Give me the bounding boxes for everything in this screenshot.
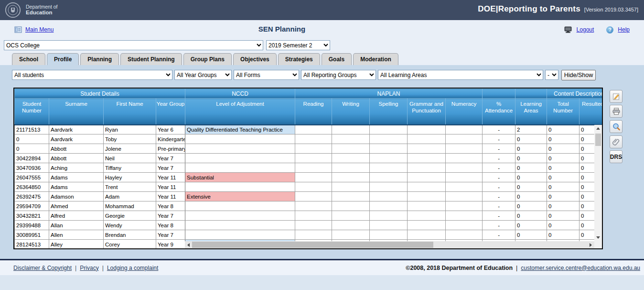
cell-grammar-punctuation[interactable] xyxy=(408,182,446,192)
tab-student-planning[interactable]: Student Planning xyxy=(120,53,182,65)
cell-attendance[interactable]: - xyxy=(483,182,515,192)
cell-spelling[interactable] xyxy=(370,230,408,240)
help-link[interactable]: Help xyxy=(618,26,630,33)
cell-spelling[interactable] xyxy=(370,134,408,144)
cell-attendance[interactable]: - xyxy=(483,134,515,144)
cell-reading[interactable] xyxy=(295,192,332,201)
cell-first-name[interactable]: Tiffany xyxy=(104,163,156,173)
cell-year-group[interactable]: Kindergarten xyxy=(156,134,185,144)
cell-numeracy[interactable] xyxy=(446,125,483,134)
cell-writing[interactable] xyxy=(332,163,370,173)
cell-total-number[interactable]: 0 xyxy=(547,125,580,134)
cell-surname[interactable]: Adamson xyxy=(49,192,104,201)
cell-student-number[interactable]: 29594709 xyxy=(15,201,49,211)
cell-year-group[interactable]: Year 7 xyxy=(156,163,185,173)
cell-level-of-adjustment[interactable]: Quality Differentiated Teaching Practice xyxy=(185,125,295,134)
cell-total-number[interactable]: 0 xyxy=(547,134,580,144)
cell-first-name[interactable]: Trent xyxy=(104,182,156,192)
cell-year-group[interactable]: Year 7 xyxy=(156,211,185,221)
column-header-first-name[interactable]: First Name xyxy=(104,99,156,125)
cell-total-number[interactable]: 0 xyxy=(547,211,580,221)
cell-learning-areas[interactable]: 0 xyxy=(515,154,547,163)
column-header-numeracy[interactable]: Numeracy xyxy=(446,99,483,125)
cell-attendance[interactable]: - xyxy=(483,201,515,211)
attach-button[interactable] xyxy=(610,135,623,148)
cell-attendance[interactable]: - xyxy=(483,221,515,230)
cell-surname[interactable]: Abbott xyxy=(49,154,104,163)
tab-school[interactable]: School xyxy=(12,53,45,65)
cell-reading[interactable] xyxy=(295,154,332,163)
cell-year-group[interactable]: Year 7 xyxy=(156,230,185,240)
cell-reading[interactable] xyxy=(295,173,332,182)
cell-reading[interactable] xyxy=(295,230,332,240)
cell-total-number[interactable]: 0 xyxy=(547,201,580,211)
cell-learning-areas[interactable]: 0 xyxy=(515,163,547,173)
table-row[interactable]: 30422894AbbottNeilYear 7-000 xyxy=(15,154,602,163)
cell-numeracy[interactable] xyxy=(446,154,483,163)
cell-grammar-punctuation[interactable] xyxy=(408,201,446,211)
cell-reading[interactable] xyxy=(295,163,332,173)
cell-surname[interactable]: Allan xyxy=(49,221,104,230)
cell-year-group[interactable]: Year 11 xyxy=(156,182,185,192)
cell-grammar-punctuation[interactable] xyxy=(408,192,446,201)
extra-filter[interactable]: - xyxy=(545,70,558,80)
cell-total-number[interactable]: 0 xyxy=(547,173,580,182)
table-row[interactable]: 29399488AllanWendyYear 8-000 xyxy=(15,221,602,230)
scroll-down-button[interactable] xyxy=(594,234,602,241)
cell-attendance[interactable]: - xyxy=(483,211,515,221)
cell-first-name[interactable]: Toby xyxy=(104,134,156,144)
logout-link[interactable]: Logout xyxy=(577,26,594,33)
semester-select[interactable]: 2019 Semester 2 xyxy=(266,40,330,50)
cell-learning-areas[interactable]: 0 xyxy=(515,134,547,144)
cell-level-of-adjustment[interactable] xyxy=(185,221,295,230)
cell-numeracy[interactable] xyxy=(446,230,483,240)
tab-moderation[interactable]: Moderation xyxy=(353,53,398,65)
cell-surname[interactable]: Ahmed xyxy=(49,201,104,211)
cell-level-of-adjustment[interactable] xyxy=(185,154,295,163)
cell-year-group[interactable]: Year 7 xyxy=(156,154,185,163)
tab-goals[interactable]: Goals xyxy=(322,53,352,65)
reporting-groups-filter[interactable]: All Reporting Groups xyxy=(301,70,376,80)
column-header-total-number[interactable]: Total Number xyxy=(547,99,580,125)
cell-learning-areas[interactable]: 0 xyxy=(515,230,547,240)
horizontal-scroll-thumb[interactable] xyxy=(192,242,433,248)
cell-learning-areas[interactable]: 0 xyxy=(515,144,547,154)
hide-show-button[interactable]: Hide/Show xyxy=(561,70,596,80)
cell-grammar-punctuation[interactable] xyxy=(408,163,446,173)
column-header-attendance[interactable]: % Attendance xyxy=(483,99,515,125)
cell-attendance[interactable]: - xyxy=(483,144,515,154)
privacy-link[interactable]: Privacy xyxy=(80,265,98,271)
cell-student-number[interactable]: 30432821 xyxy=(15,211,49,221)
cell-numeracy[interactable] xyxy=(446,163,483,173)
column-header-surname[interactable]: Surname xyxy=(49,99,104,125)
cell-student-number[interactable]: 29399488 xyxy=(15,221,49,230)
cell-first-name[interactable]: Adam xyxy=(104,192,156,201)
cell-first-name[interactable]: Corey xyxy=(104,240,156,249)
cell-first-name[interactable]: Neil xyxy=(104,154,156,163)
cell-total-number[interactable]: 0 xyxy=(547,221,580,230)
cell-numeracy[interactable] xyxy=(446,192,483,201)
cell-surname[interactable]: Alfred xyxy=(49,211,104,221)
table-row[interactable]: 0AbbottJolenePre-primary-000 xyxy=(15,144,602,154)
cell-first-name[interactable]: Wendy xyxy=(104,221,156,230)
students-filter[interactable]: All students xyxy=(12,70,172,80)
cell-total-number[interactable]: 0 xyxy=(547,182,580,192)
search-button[interactable] xyxy=(610,120,623,133)
cell-first-name[interactable]: Jolene xyxy=(104,144,156,154)
disclaimer-link[interactable]: Disclaimer & Copyright xyxy=(13,265,72,271)
cell-year-group[interactable]: Year 11 xyxy=(156,173,185,182)
cell-numeracy[interactable] xyxy=(446,144,483,154)
cell-writing[interactable] xyxy=(332,144,370,154)
cell-student-number[interactable]: 28124513 xyxy=(15,240,49,249)
cell-total-number[interactable]: 0 xyxy=(547,163,580,173)
cell-level-of-adjustment[interactable] xyxy=(185,163,295,173)
cell-learning-areas[interactable]: 0 xyxy=(515,221,547,230)
year-groups-filter[interactable]: All Year Groups xyxy=(174,70,232,80)
column-header-learning-areas[interactable]: Learning Areas xyxy=(515,99,547,125)
cell-grammar-punctuation[interactable] xyxy=(408,154,446,163)
column-header-level-of-adjustment[interactable]: Level of Adjustment xyxy=(185,99,295,125)
column-header-writing[interactable]: Writing xyxy=(332,99,370,125)
cell-spelling[interactable] xyxy=(370,192,408,201)
cell-reading[interactable] xyxy=(295,144,332,154)
tab-planning[interactable]: Planning xyxy=(80,53,119,65)
